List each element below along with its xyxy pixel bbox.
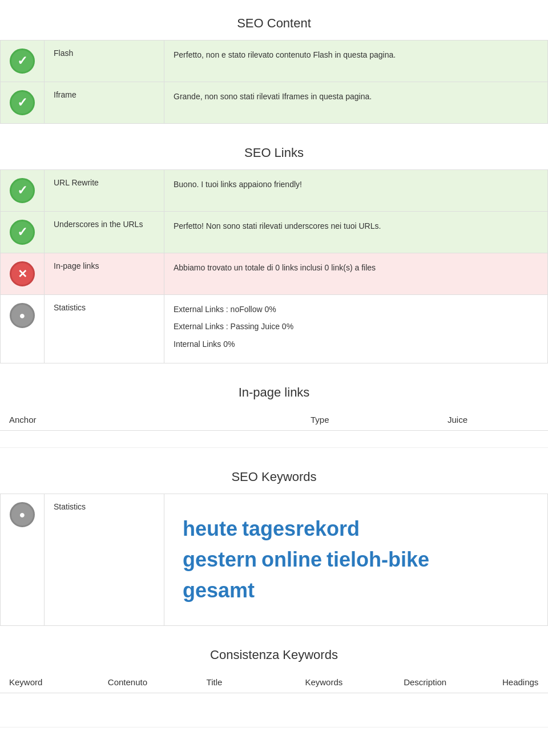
icon-cell	[1, 41, 45, 82]
table-row: IframeGrande, non sono stati rilevati If…	[1, 82, 548, 124]
keywords-cloud-label: Statistics	[45, 494, 164, 626]
icon-cell	[1, 170, 45, 212]
keyword-word: gesamt	[183, 579, 255, 602]
column-header-contenuto: Contenuto	[99, 672, 198, 693]
row-description: External Links : noFollow 0%External Lin…	[164, 295, 548, 363]
column-header-anchor: Anchor	[0, 409, 301, 431]
inpage-links-table: AnchorTypeJuice	[0, 409, 548, 448]
table-header-row: KeywordContenutoTitleKeywordsDescription…	[0, 672, 548, 693]
keyword-word: online	[261, 548, 322, 571]
seo-keywords-title: SEO Keywords	[0, 454, 548, 494]
icon-cell	[1, 253, 45, 295]
seo-content-title: SEO Content	[0, 0, 548, 40]
row-label: Iframe	[45, 82, 164, 124]
icon-cell	[1, 212, 45, 253]
column-header-title: Title	[198, 672, 296, 693]
keyword-word: tagesrekord	[242, 517, 360, 540]
column-header-juice: Juice	[438, 409, 548, 431]
keywords-cloud-content: heutetagesrekordgesternonlinetieloh-bike…	[164, 494, 548, 626]
table-row	[0, 693, 548, 727]
seo-content-table: FlashPerfetto, non e stato rilevato cont…	[0, 40, 548, 124]
table-row: In-page linksAbbiamo trovato un totale d…	[1, 253, 548, 295]
row-description: Grande, non sono stati rilevati Iframes …	[164, 82, 548, 124]
check-icon	[10, 220, 35, 245]
row-label: Underscores in the URLs	[45, 212, 164, 253]
inpage-links-title: In-page links	[0, 369, 548, 409]
keywords-cloud-table: Statistics heutetagesrekordgesternonline…	[0, 494, 548, 626]
seo-links-title: SEO Links	[0, 130, 548, 169]
column-header-keyword: Keyword	[0, 672, 99, 693]
row-description: Buono. I tuoi links appaiono friendly!	[164, 170, 548, 212]
row-description: Abbiamo trovato un totale di 0 links inc…	[164, 253, 548, 295]
keywords-cloud-row: Statistics heutetagesrekordgesternonline…	[1, 494, 548, 626]
column-header-type: Type	[301, 409, 438, 431]
check-icon	[10, 178, 35, 203]
table-row: URL RewriteBuono. I tuoi links appaiono …	[1, 170, 548, 212]
column-header-description: Description	[394, 672, 493, 693]
table-header-row: AnchorTypeJuice	[0, 409, 548, 431]
table-row: FlashPerfetto, non e stato rilevato cont…	[1, 41, 548, 82]
cross-icon	[10, 261, 35, 286]
row-label: In-page links	[45, 253, 164, 295]
keyword-word: tieloh-bike	[327, 548, 429, 571]
keyword-word: gestern	[183, 548, 257, 571]
seo-links-table: URL RewriteBuono. I tuoi links appaiono …	[0, 169, 548, 363]
check-icon	[10, 90, 35, 115]
column-header-keywords: Keywords	[296, 672, 394, 693]
row-label: Flash	[45, 41, 164, 82]
table-row	[0, 431, 548, 448]
consistenza-table: KeywordContenutoTitleKeywordsDescription…	[0, 672, 548, 727]
table-row: Underscores in the URLsPerfetto! Non son…	[1, 212, 548, 253]
neutral-icon	[10, 303, 35, 328]
check-icon	[10, 48, 35, 74]
neutral-icon	[10, 502, 35, 527]
row-label: Statistics	[45, 295, 164, 363]
icon-cell	[1, 295, 45, 363]
row-label: URL Rewrite	[45, 170, 164, 212]
keywords-cloud-icon-cell	[1, 494, 45, 626]
column-header-headings: Headings	[493, 672, 548, 693]
keyword-word: heute	[183, 517, 237, 540]
icon-cell	[1, 82, 45, 124]
row-description: Perfetto! Non sono stati rilevati unders…	[164, 212, 548, 253]
row-description: Perfetto, non e stato rilevato contenuto…	[164, 41, 548, 82]
table-row: StatisticsExternal Links : noFollow 0%Ex…	[1, 295, 548, 363]
consistenza-title: Consistenza Keywords	[0, 632, 548, 672]
